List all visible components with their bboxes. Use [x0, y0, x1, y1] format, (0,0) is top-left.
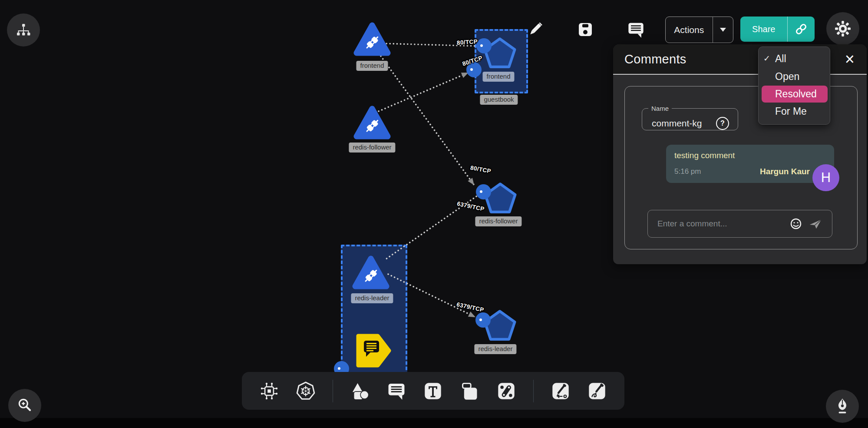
save-button[interactable] — [575, 19, 596, 40]
edge-frontend-redisfollower — [381, 56, 474, 185]
gear-icon — [834, 20, 851, 37]
name-field-value: comment-kg — [652, 118, 702, 129]
comments-toggle-button[interactable] — [625, 19, 646, 40]
chevron-down-icon — [720, 28, 726, 32]
toolbar-divider — [533, 380, 534, 402]
share-button[interactable]: Share — [740, 17, 815, 42]
settings-button[interactable] — [826, 12, 859, 45]
laser-pen-button[interactable] — [826, 390, 859, 423]
toolbar-divider — [333, 380, 333, 402]
pencil-icon — [526, 20, 544, 39]
emoji-icon[interactable] — [789, 217, 802, 230]
link-icon — [794, 22, 809, 36]
group-label: guestbook — [480, 95, 518, 105]
comment-bubble: testing comment 5:16 pm Hargun Kaur — [666, 145, 834, 183]
node-label: redis-leader — [351, 293, 393, 303]
actions-caret[interactable] — [713, 17, 733, 43]
tool-kubernetes[interactable] — [296, 381, 316, 401]
filter-option-for-me[interactable]: For Me — [759, 103, 830, 120]
send-icon[interactable] — [809, 217, 822, 230]
comment-icon — [386, 382, 406, 400]
tool-connector[interactable] — [496, 381, 516, 401]
filter-option-all[interactable]: ✓ All — [759, 50, 830, 68]
service-node-redis-leader[interactable] — [352, 255, 390, 290]
kubernetes-icon — [296, 381, 316, 401]
filter-option-label: Resolved — [775, 88, 817, 100]
frame-icon — [460, 382, 479, 401]
filter-option-resolved[interactable]: Resolved — [762, 86, 828, 103]
edge-label: 80/TCP — [470, 164, 492, 174]
service-node-frontend[interactable] — [353, 22, 391, 56]
shapes-icon — [350, 382, 370, 401]
edge-label: 6379/TCP — [456, 200, 485, 212]
tool-custom-resource[interactable] — [259, 381, 279, 401]
pen-line-icon — [551, 382, 570, 401]
pen-nib-icon — [833, 397, 851, 415]
bottom-strip — [0, 418, 868, 428]
node-label: redis-leader — [474, 344, 516, 354]
save-icon — [577, 21, 594, 38]
comment-text: testing comment — [674, 151, 735, 160]
pencil-scribble-icon — [587, 382, 607, 401]
tool-palette — [242, 372, 624, 410]
help-icon[interactable]: ? — [716, 117, 729, 130]
comment-time: 5:16 pm — [674, 167, 701, 176]
connector-icon — [497, 382, 516, 401]
comment-input-wrap — [647, 210, 832, 238]
filter-option-open[interactable]: Open — [759, 68, 830, 86]
name-field-label: Name — [648, 105, 672, 112]
filter-option-label: For Me — [775, 106, 807, 117]
copy-link-button[interactable] — [788, 17, 815, 42]
port-dot[interactable] — [476, 38, 492, 53]
node-label: redis-follower — [475, 216, 521, 226]
name-field[interactable]: Name comment-kg ? — [642, 105, 738, 130]
node-label: redis-follower — [349, 143, 395, 153]
comment-marker-icon[interactable] — [355, 333, 392, 368]
app-canvas: frontend frontend guestbook redis-follow… — [0, 0, 868, 428]
edge-arrowheads — [461, 70, 477, 320]
actions-label: Actions — [666, 17, 713, 43]
edit-button[interactable] — [525, 19, 545, 40]
tool-frame[interactable] — [460, 381, 480, 401]
share-label: Share — [740, 17, 787, 42]
edge-redisfollower-guestbook — [379, 73, 469, 111]
tool-pen[interactable] — [551, 381, 571, 401]
check-icon: ✓ — [763, 53, 770, 63]
avatar: H — [812, 164, 839, 191]
layout-tree-button[interactable] — [7, 13, 40, 46]
tool-shapes[interactable] — [350, 381, 370, 401]
port-dot[interactable] — [476, 184, 491, 199]
comment-icon — [627, 21, 645, 38]
comment-input[interactable] — [657, 219, 789, 229]
comment-author: Hargun Kaur — [760, 167, 810, 176]
close-icon[interactable]: × — [845, 49, 855, 70]
edge-label: 6379/TCP — [456, 301, 485, 313]
service-node-redis-follower[interactable] — [353, 105, 391, 140]
comments-filter-dropdown: ✓ All Open Resolved For Me — [758, 46, 830, 125]
tool-comment[interactable] — [386, 381, 406, 401]
filter-option-label: All — [775, 53, 786, 65]
tool-text[interactable] — [423, 381, 443, 401]
zoom-in-icon — [16, 396, 34, 415]
node-label: frontend — [356, 61, 388, 71]
panel-title: Comments — [624, 52, 686, 66]
tool-pencil[interactable] — [587, 381, 607, 401]
filter-option-label: Open — [775, 71, 799, 83]
chip-icon — [260, 382, 279, 401]
hierarchy-icon — [15, 21, 32, 39]
node-label: frontend — [482, 72, 514, 82]
actions-button[interactable]: Actions — [665, 17, 733, 43]
port-dot[interactable] — [475, 312, 491, 328]
text-icon — [423, 382, 442, 401]
zoom-button[interactable] — [8, 389, 41, 422]
